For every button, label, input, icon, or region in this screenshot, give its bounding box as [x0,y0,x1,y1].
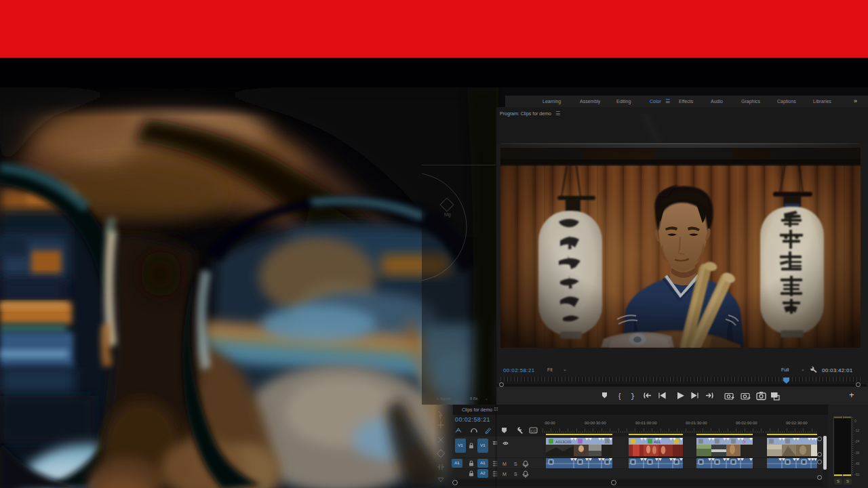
svg-text:M: M [502,462,507,466]
svg-text:CC: CC [531,429,537,433]
svg-text:S: S [514,472,517,476]
svg-text:A013C00: A013C00 [555,440,571,444]
svg-text:M: M [502,472,507,476]
svg-text:A01: A01 [654,440,660,444]
svg-text:{: { [618,392,621,400]
svg-text:fx: fx [743,439,747,444]
svg-text:S: S [514,462,517,466]
svg-text:}: } [631,393,635,401]
